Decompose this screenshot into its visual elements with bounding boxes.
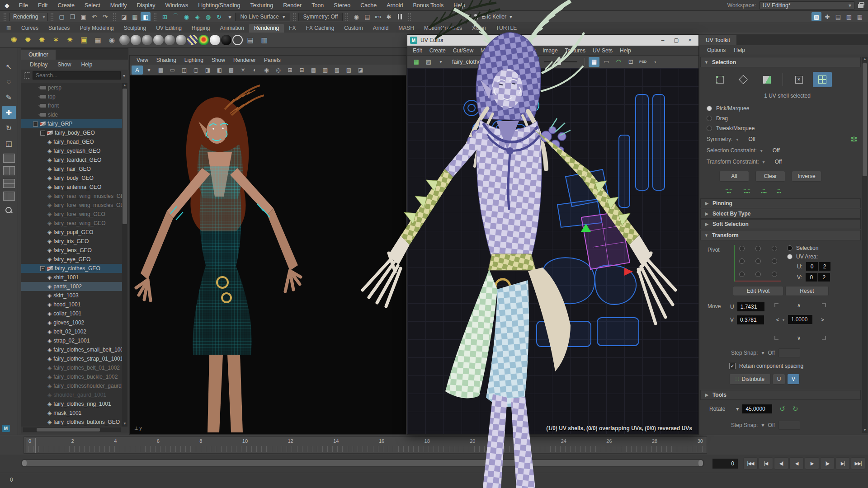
- use-background-icon[interactable]: [221, 35, 231, 45]
- outliner-row[interactable]: fairy_rear_wing_muscles_GEO: [21, 192, 122, 201]
- outliner-row[interactable]: fairy_clothes_ring_1001: [21, 399, 122, 408]
- uv-area-v-field[interactable]: 0: [806, 273, 817, 282]
- outliner-row[interactable]: hood_1001: [21, 300, 122, 309]
- viewport-toolbar-icon[interactable]: ▥: [320, 66, 331, 75]
- outliner-row[interactable]: front: [21, 101, 122, 110]
- redo-icon[interactable]: ↷: [100, 12, 110, 21]
- viewport-toolbar-icon[interactable]: ☀: [237, 66, 249, 75]
- uv-editor-menu-item[interactable]: View: [520, 47, 539, 54]
- shading-map-icon[interactable]: [232, 35, 243, 45]
- menu-item[interactable]: Edit: [33, 2, 53, 9]
- uv-editor-menu-item[interactable]: Create: [426, 47, 449, 54]
- move-step-field[interactable]: 1.0000: [788, 315, 812, 324]
- outliner-row[interactable]: shoulder_gaurd_1001: [21, 390, 122, 399]
- viewport-toolbar-icon[interactable]: ▦: [155, 66, 166, 75]
- toolbar-grip[interactable]: [4, 13, 6, 21]
- time-slider[interactable]: 024681012141618202224262830: [0, 435, 868, 455]
- menu-item[interactable]: Display: [132, 2, 160, 9]
- shelf-tab[interactable]: Rendering: [249, 24, 284, 33]
- shelf-tab[interactable]: TURTLE: [491, 24, 522, 33]
- toolbar-grip[interactable]: [154, 13, 156, 21]
- ramp-shader-icon[interactable]: [198, 35, 209, 45]
- outliner-horizontal-scrollbar[interactable]: [23, 427, 121, 432]
- make-live-icon[interactable]: ◍: [203, 12, 213, 21]
- outliner-row[interactable]: − fairy_clothes_GEO: [21, 264, 122, 273]
- uv-area-v-field[interactable]: 2: [818, 273, 830, 282]
- selection-mode-radio[interactable]: Pick/Marquee: [699, 103, 862, 113]
- rotate-tool[interactable]: ↻: [2, 121, 16, 135]
- menu-item[interactable]: Bonus Tools: [408, 2, 448, 9]
- rotate-ccw-button[interactable]: ↺: [779, 405, 785, 413]
- outliner-row[interactable]: side: [21, 110, 122, 119]
- outliner-row[interactable]: gloves_1002: [21, 318, 122, 327]
- shelf-tab[interactable]: Poly Modeling: [75, 24, 118, 33]
- outliner-row[interactable]: strap_02_1001: [21, 336, 122, 345]
- camera-icon[interactable]: ▦: [91, 33, 104, 47]
- move-v-field[interactable]: 0.3781: [737, 315, 764, 324]
- selection-button[interactable]: Inverse: [792, 171, 821, 182]
- rotate-step-snap-row[interactable]: Step Snap:▾ Off: [699, 413, 862, 431]
- expand-box[interactable]: −: [40, 131, 45, 136]
- outliner-row[interactable]: fairy_body_GEO: [21, 174, 122, 183]
- selection-button[interactable]: All: [719, 171, 749, 182]
- toolbar-grip[interactable]: [293, 13, 296, 21]
- shelf-tab[interactable]: Curves: [16, 24, 43, 33]
- expand-box[interactable]: −: [33, 122, 38, 127]
- uv-editor-titlebar[interactable]: M UV Editor – ▢ ×: [407, 35, 698, 46]
- magnifier-icon[interactable]: [5, 207, 13, 214]
- rotate-angle-field[interactable]: 45.0000: [742, 404, 772, 413]
- shelf-tab[interactable]: MotionGraphics: [419, 24, 467, 33]
- blinn-material-icon[interactable]: [131, 35, 141, 45]
- outliner-row[interactable]: shirt_1001: [21, 273, 122, 282]
- symmetry-row[interactable]: Symmetry:▾ Off: [699, 133, 862, 145]
- pivot-uv-area-radio[interactable]: UV Area:: [787, 253, 830, 260]
- select-by-hierarchy-icon[interactable]: ◪: [119, 12, 129, 21]
- render-settings-icon[interactable]: ✱: [384, 12, 394, 21]
- layout-single-pane[interactable]: [3, 154, 15, 163]
- spot-light-icon[interactable]: ✸: [35, 33, 48, 47]
- collapsed-section-header[interactable]: ▶Select By Type: [700, 209, 861, 219]
- command-line[interactable]: 0: [0, 473, 868, 488]
- outliner-row[interactable]: fairy_clothes_strap_01_1001: [21, 354, 122, 363]
- open-scene-icon[interactable]: ❒: [67, 12, 77, 21]
- viewport-toolbar-icon[interactable]: ▨: [343, 66, 354, 75]
- step-forward-frame-button[interactable]: |▶: [820, 457, 835, 469]
- image-dim-slider[interactable]: [544, 61, 577, 62]
- pivot-position-grid[interactable]: [734, 245, 781, 282]
- volume-light-icon[interactable]: ✷: [63, 33, 76, 47]
- tool-settings-icon[interactable]: ▥: [844, 12, 854, 21]
- outliner-row[interactable]: fairy_clothesshoulder_gaurd_: [21, 381, 122, 390]
- shelf-tab[interactable]: FX Caching: [301, 24, 340, 33]
- anisotropic-material-icon[interactable]: [165, 35, 175, 45]
- distribute-u-button[interactable]: U: [773, 374, 785, 385]
- outliner-row[interactable]: pants_1002: [21, 282, 122, 291]
- viewport-toolbar-icon[interactable]: ⊞: [284, 66, 296, 75]
- vertex-selection-icon[interactable]: [710, 72, 729, 87]
- shelf-tab[interactable]: Surfaces: [43, 24, 75, 33]
- viewport-menu-item[interactable]: View: [132, 57, 152, 63]
- expand-box[interactable]: −: [40, 266, 45, 271]
- selection-mode-radio[interactable]: Tweak/Marquee: [699, 123, 862, 133]
- grow-selection-icon[interactable]: ↔▪▪▪▪: [761, 187, 767, 194]
- menu-item[interactable]: Windows: [160, 2, 193, 9]
- shelf-tab[interactable]: FX: [284, 24, 301, 33]
- section-header-tools[interactable]: ▶Tools: [700, 390, 861, 400]
- retain-spacing-checkbox[interactable]: ✓: [729, 363, 736, 369]
- move-left-button[interactable]: <: [776, 317, 779, 323]
- toolbar-grip[interactable]: [113, 13, 116, 21]
- move-right-button[interactable]: >: [821, 317, 824, 323]
- outliner-row[interactable]: persp: [21, 83, 122, 92]
- viewport-toolbar-icon[interactable]: ▾: [143, 66, 155, 75]
- outliner-row[interactable]: − fairy_GRP: [21, 119, 122, 128]
- uv-selection-icon[interactable]: ✕: [789, 72, 808, 87]
- panel-arrow-icon[interactable]: ›: [650, 57, 660, 67]
- outliner-menu-item[interactable]: Display: [26, 61, 52, 68]
- isolate-select-icon[interactable]: ⊡: [625, 57, 636, 67]
- move-u-field[interactable]: 1.7431: [737, 302, 764, 311]
- shrink-selection-icon[interactable]: →←▪▪▪: [725, 187, 733, 194]
- new-scene-icon[interactable]: ▢: [57, 12, 66, 21]
- minimize-button[interactable]: –: [656, 35, 670, 45]
- outliner-row[interactable]: fairy_fore_wing_muscles_GEO: [21, 201, 122, 210]
- viewport-toolbar-icon[interactable]: ⊟: [296, 66, 307, 75]
- snap-to-plane-icon[interactable]: ◈: [192, 12, 202, 21]
